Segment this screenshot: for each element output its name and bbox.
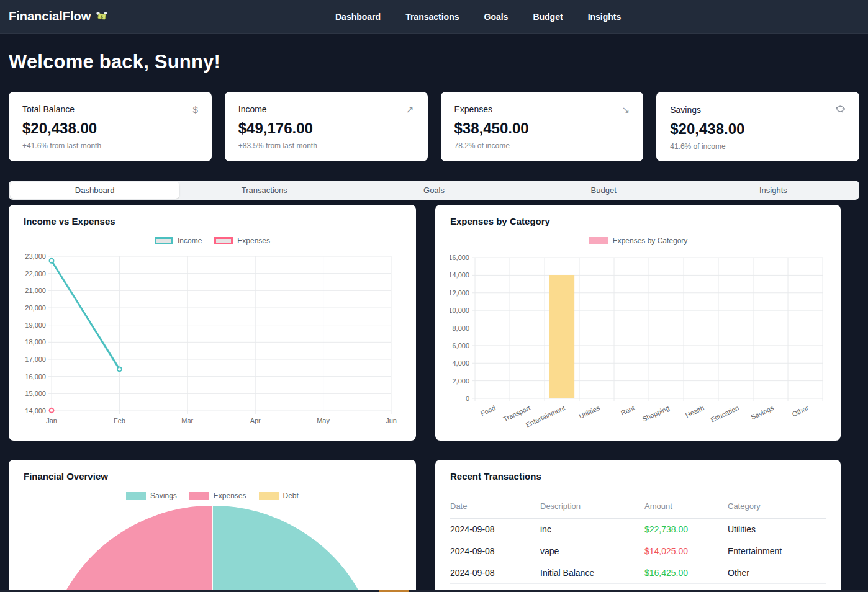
tx-category: Utilities	[728, 524, 826, 534]
svg-text:16,000: 16,000	[25, 373, 46, 380]
tx-date: 2024-09-08	[450, 524, 540, 534]
trend-up-icon: ↗	[406, 105, 414, 114]
svg-text:4,000: 4,000	[452, 359, 469, 367]
legend-item-expenses[interactable]: Expenses	[189, 491, 246, 500]
nav-insights[interactable]: Insights	[588, 12, 622, 22]
total-balance-card: Total Balance $ $20,438.00 +41.6% from l…	[9, 92, 212, 161]
tab-budget[interactable]: Budget	[519, 182, 689, 199]
card-title: Expenses	[454, 104, 492, 114]
main-nav: Dashboard Transactions Goals Budget Insi…	[335, 12, 621, 22]
svg-text:22,000: 22,000	[25, 270, 46, 277]
svg-text:Health: Health	[684, 404, 705, 419]
expenses-swatch	[214, 237, 233, 244]
svg-text:23,000: 23,000	[25, 253, 46, 260]
panel-title: Financial Overview	[24, 471, 401, 482]
svg-text:10,000: 10,000	[450, 307, 469, 314]
table-row: 2024-09-08 vape $14,025.00 Entertainment	[450, 540, 826, 562]
svg-text:19,000: 19,000	[25, 321, 46, 329]
tx-date: 2024-09-08	[450, 546, 540, 556]
nav-dashboard[interactable]: Dashboard	[335, 12, 381, 22]
income-vs-expenses-panel: Income vs Expenses Income Expenses 14,00…	[9, 205, 416, 441]
financial-overview-panel: Financial Overview Savings Expenses Debt	[9, 460, 416, 592]
svg-text:20,000: 20,000	[25, 304, 46, 312]
dashboard-tabbar: Dashboard Transactions Goals Budget Insi…	[9, 181, 859, 200]
expenses-swatch	[189, 492, 209, 500]
card-value: $20,438.00	[22, 120, 198, 137]
card-subtext: 41.6% of income	[670, 142, 846, 151]
debt-swatch	[259, 492, 279, 500]
nav-transactions[interactable]: Transactions	[405, 12, 459, 22]
line-chart-legend: Income Expenses	[24, 236, 401, 245]
tx-amount: $22,738.00	[644, 524, 728, 534]
tx-category: Other	[728, 568, 826, 578]
svg-text:Education: Education	[709, 404, 739, 424]
svg-text:Savings: Savings	[749, 404, 775, 421]
tab-transactions[interactable]: Transactions	[179, 182, 349, 199]
svg-text:Jan: Jan	[46, 417, 57, 424]
tab-goals[interactable]: Goals	[349, 182, 518, 199]
svg-text:8,000: 8,000	[452, 325, 469, 332]
income-swatch	[155, 237, 173, 244]
col-amount: Amount	[644, 501, 728, 511]
svg-text:18,000: 18,000	[25, 338, 46, 346]
legend-item-income[interactable]: Income	[155, 236, 202, 245]
card-title: Income	[238, 104, 267, 114]
table-row: 2024-09-08 inc $22,738.00 Utilities	[450, 519, 826, 540]
table-row: 2024-09-08 Initial Balance $16,425.00 Ot…	[450, 562, 826, 584]
tx-amount: $16,425.00	[644, 568, 728, 578]
svg-text:Jun: Jun	[386, 417, 397, 424]
category-bar-chart: 02,0004,0006,0008,00010,00012,00014,0001…	[450, 248, 826, 436]
legend-item-expenses[interactable]: Expenses	[214, 236, 270, 245]
expenses-by-category-panel: Expenses by Category Expenses by Categor…	[435, 205, 841, 441]
tab-insights[interactable]: Insights	[689, 182, 858, 199]
svg-text:Apr: Apr	[250, 417, 261, 424]
income-card: Income ↗ $49,176.00 +83.5% from last mon…	[225, 92, 428, 161]
svg-text:Feb: Feb	[114, 417, 125, 424]
card-value: $38,450.00	[454, 120, 630, 137]
svg-text:15,000: 15,000	[25, 390, 46, 397]
tab-dashboard[interactable]: Dashboard	[10, 182, 179, 199]
legend-item-debt[interactable]: Debt	[259, 491, 299, 500]
nav-goals[interactable]: Goals	[484, 12, 509, 22]
card-subtext: +83.5% from last month	[238, 141, 414, 150]
svg-text:14,000: 14,000	[450, 271, 469, 279]
col-date: Date	[450, 501, 540, 511]
svg-text:Mar: Mar	[181, 417, 193, 424]
legend-item-expenses-by-category[interactable]: Expenses by Category	[589, 236, 688, 245]
bottom-row: Financial Overview Savings Expenses Debt…	[9, 460, 859, 592]
legend-item-savings[interactable]: Savings	[126, 491, 177, 500]
svg-text:Rent: Rent	[620, 404, 636, 417]
pie-chart-legend: Savings Expenses Debt	[24, 491, 401, 500]
table-header-row: Date Description Amount Category	[450, 498, 826, 519]
piggy-bank-icon	[835, 104, 846, 115]
savings-swatch	[126, 492, 146, 500]
svg-text:17,000: 17,000	[25, 356, 46, 363]
nav-budget[interactable]: Budget	[533, 12, 563, 22]
tx-description: Initial Balance	[540, 568, 644, 578]
top-navbar: FinancialFlow $ Dashboard Transactions G…	[0, 0, 868, 34]
expenses-card: Expenses ↘ $38,450.00 78.2% of income	[441, 92, 644, 161]
card-value: $20,438.00	[670, 120, 846, 138]
category-swatch	[589, 237, 608, 244]
tx-amount: $14,025.00	[644, 546, 728, 556]
transactions-table: Date Description Amount Category 2024-09…	[450, 498, 826, 584]
money-with-wings-icon: $	[95, 11, 109, 23]
svg-text:Other: Other	[791, 404, 810, 418]
svg-text:Utilities: Utilities	[578, 404, 602, 420]
svg-text:2,000: 2,000	[452, 377, 469, 385]
stat-cards-row: Total Balance $ $20,438.00 +41.6% from l…	[0, 92, 868, 161]
card-title: Total Balance	[22, 104, 75, 114]
brand-name: FinancialFlow	[9, 9, 91, 24]
svg-text:Entertainment: Entertainment	[525, 404, 566, 429]
dollar-icon: $	[192, 105, 197, 114]
panel-title: Expenses by Category	[450, 216, 826, 226]
app-logo[interactable]: FinancialFlow $	[9, 9, 109, 24]
svg-text:14,000: 14,000	[25, 407, 46, 415]
svg-text:May: May	[317, 417, 330, 424]
bar-chart-legend: Expenses by Category	[450, 236, 826, 245]
svg-text:6,000: 6,000	[452, 342, 469, 349]
card-subtext: 78.2% of income	[454, 141, 630, 150]
panel-title: Recent Transactions	[450, 471, 826, 482]
svg-text:Food: Food	[479, 404, 497, 417]
recent-transactions-panel: Recent Transactions Date Description Amo…	[435, 460, 841, 592]
